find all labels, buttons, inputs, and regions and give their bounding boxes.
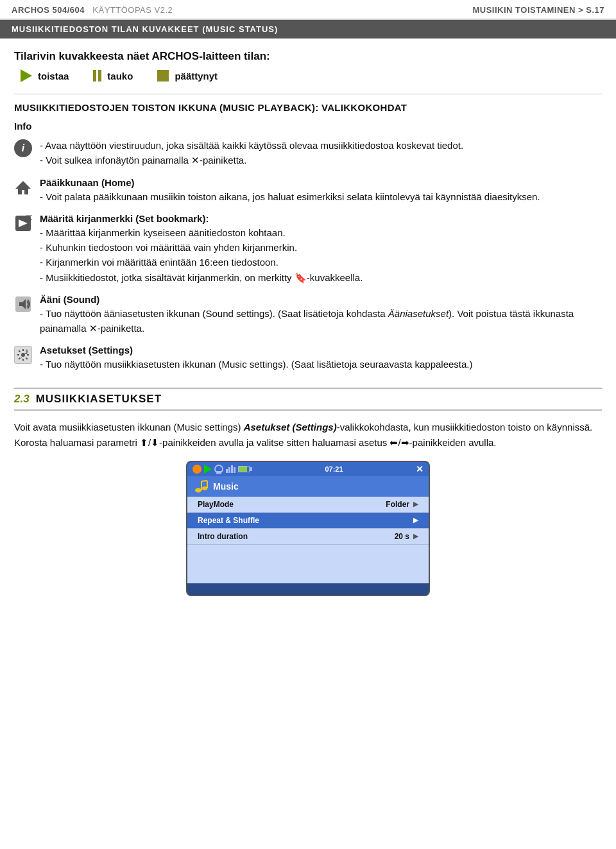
device-menu-label-playmode: PlayMode <box>198 500 234 509</box>
device-menu-right-intro: 20 s ▶ <box>395 532 418 541</box>
info-row: i - Avaa näyttöön viestiruudun, joka sis… <box>14 138 602 168</box>
device-time: 07:21 <box>325 465 343 473</box>
svg-marker-0 <box>15 181 31 194</box>
home-label: Pääikkunaan (Home) <box>40 177 540 188</box>
section-23-italic: Asetukset (Settings) <box>244 422 337 433</box>
device-menu-right-repeat: ▶ <box>409 516 418 524</box>
device-icon-orange <box>193 465 201 474</box>
home-desc: - Voit palata pääikkunaan musiikin toist… <box>40 189 540 204</box>
intro-title: Tilarivin kuvakkeesta näet ARCHOS-laitte… <box>14 50 602 63</box>
sound-desc: - Tuo näyttöön ääniasetusten ikkunan (So… <box>40 306 602 336</box>
bookmark-sub3: - Kirjanmerkin voi määrittää enintään 16… <box>40 255 363 270</box>
status-stop-label: päättynyt <box>175 71 218 81</box>
svg-point-9 <box>202 486 207 490</box>
settings-desc: - Tuo näyttöön musiikkiasetusten ikkunan… <box>40 357 473 372</box>
menu-item-sound: Ääni (Sound) - Tuo näyttöön ääniasetuste… <box>14 294 602 336</box>
device-menu-value-intro: 20 s <box>395 532 409 541</box>
status-play: toistaa <box>21 69 69 82</box>
device-title-bar: Music <box>187 476 429 497</box>
manual-version: KÄYTTÖOPAS V2.2 <box>92 5 173 15</box>
pause-icon <box>93 70 101 81</box>
info-sub: - Voit sulkea infonäytön painamalla ✕-pa… <box>40 153 463 167</box>
sound-text: Ääni (Sound) - Tuo näyttöön ääniasetuste… <box>40 294 602 336</box>
section-title-bar: MUSIIKKITIEDOSTON TILAN KUVAKKEET (MUSIC… <box>0 20 616 39</box>
device-menu-row-playmode[interactable]: PlayMode Folder ▶ <box>187 497 429 513</box>
device-title-text: Music <box>213 481 239 492</box>
device-menu-arrow-playmode: ▶ <box>413 500 418 508</box>
home-icon <box>14 178 32 198</box>
device-menu-arrow-intro: ▶ <box>413 532 418 540</box>
divider-1 <box>14 94 602 94</box>
device-menu-value-playmode: Folder <box>386 500 409 509</box>
device-icon-bars <box>226 465 235 473</box>
device-top-bar: 07:21 ✕ <box>187 462 429 476</box>
svg-point-8 <box>195 488 201 492</box>
bookmark-sub2: - Kuhunkin tiedostoon voi määrittää vain… <box>40 240 363 255</box>
svg-point-7 <box>21 353 25 357</box>
sound-italic: Ääniasetukset <box>388 308 449 319</box>
section-23-num: 2.3 <box>14 393 30 406</box>
stop-icon <box>157 70 169 81</box>
settings-label: Asetukset (Settings) <box>40 345 473 356</box>
device-icon-play-small <box>204 465 212 474</box>
page-header: ARCHOS 504/604 KÄYTTÖOPAS V2.2 MUSIIKIN … <box>0 0 616 20</box>
header-right: MUSIIKIN TOISTAMINEN > S.17 <box>472 5 604 15</box>
status-pause-label: tauko <box>107 71 133 81</box>
status-stop: päättynyt <box>157 70 218 81</box>
device-close-btn[interactable]: ✕ <box>416 464 424 474</box>
bookmark-desc: - Määrittää kirjanmerkin kyseiseen äänit… <box>40 225 363 240</box>
section-23-text: Voit avata musiikkiasetusten ikkunan (Mu… <box>14 420 602 450</box>
device-menu-row-repeat[interactable]: Repeat & Shuffle ▶ <box>187 513 429 529</box>
section-23-bar: 2.3 MUSIIKKIASETUKSET <box>14 388 602 411</box>
device-menu-label-intro: Intro duration <box>198 532 248 541</box>
bookmark-label: Määritä kirjanmerkki (Set bookmark): <box>40 213 363 224</box>
playback-heading: MUSIIKKITIEDOSTOJEN TOISTON IKKUNA (MUSI… <box>14 102 602 113</box>
device-bottom <box>187 583 429 595</box>
bookmark-text: Määritä kirjanmerkki (Set bookmark): - M… <box>40 213 363 285</box>
sound-label: Ääni (Sound) <box>40 294 602 305</box>
menu-item-bookmark: Määritä kirjanmerkki (Set bookmark): - M… <box>14 213 602 285</box>
device-model: ARCHOS 504/604 <box>12 5 85 15</box>
info-icon: i <box>14 139 32 157</box>
device-menu-label-repeat: Repeat & Shuffle <box>198 516 259 525</box>
menu-item-settings: Asetukset (Settings) - Tuo näyttöön musi… <box>14 345 602 372</box>
music-note-icon <box>194 479 208 493</box>
section-23-title: MUSIIKKIASETUKSET <box>36 393 162 406</box>
info-text: - Avaa näyttöön viestiruudun, joka sisäl… <box>40 138 463 168</box>
home-text: Pääikkunaan (Home) - Voit palata pääikku… <box>40 177 540 204</box>
svg-line-12 <box>201 481 207 481</box>
device-menu-row-intro[interactable]: Intro duration 20 s ▶ <box>187 529 429 545</box>
info-label: Info <box>14 119 65 132</box>
device-menu-arrow-repeat: ▶ <box>413 516 418 524</box>
status-pause: tauko <box>93 70 133 81</box>
sound-icon <box>14 295 32 315</box>
device-icon-battery <box>238 466 252 472</box>
header-left: ARCHOS 504/604 KÄYTTÖOPAS V2.2 <box>12 5 173 15</box>
device-icon-headphone <box>214 465 223 474</box>
main-content: Tilarivin kuvakkeesta näet ARCHOS-laitte… <box>0 39 616 596</box>
device-menu-empty-space <box>187 545 429 583</box>
bookmark-icon <box>14 214 32 234</box>
device-mockup: 07:21 ✕ Music PlayMode Folder ▶ Re <box>186 461 430 596</box>
bookmark-sub4: - Musiikkitiedostot, jotka sisältävät ki… <box>40 270 363 285</box>
status-icons-row: toistaa tauko päättynyt <box>21 69 602 82</box>
settings-text: Asetukset (Settings) - Tuo näyttöön musi… <box>40 345 473 372</box>
menu-item-info: Info <box>14 119 602 132</box>
device-menu-right-playmode: Folder ▶ <box>386 500 418 509</box>
play-icon <box>21 69 32 82</box>
device-menu: PlayMode Folder ▶ Repeat & Shuffle ▶ Int… <box>187 497 429 583</box>
status-play-label: toistaa <box>38 71 69 81</box>
settings-icon <box>14 346 32 364</box>
menu-item-home: Pääikkunaan (Home) - Voit palata pääikku… <box>14 177 602 204</box>
device-top-icons <box>193 465 252 474</box>
info-desc: - Avaa näyttöön viestiruudun, joka sisäl… <box>40 138 463 153</box>
